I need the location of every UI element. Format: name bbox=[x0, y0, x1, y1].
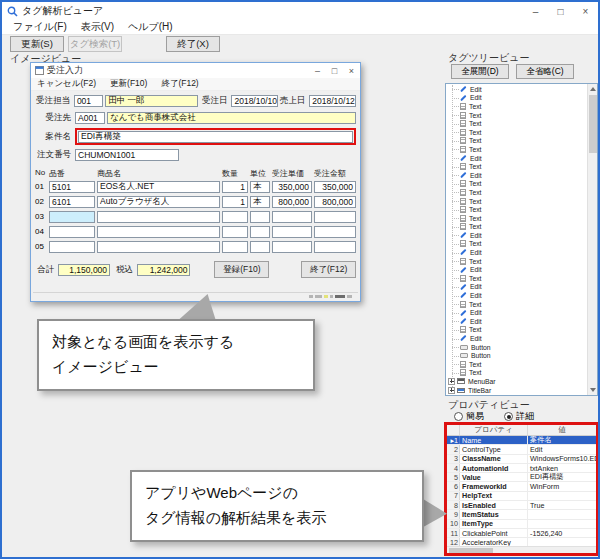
menu-item-view[interactable]: 表示(V) bbox=[74, 20, 121, 34]
update-button[interactable]: 更新(S) bbox=[10, 36, 64, 52]
property-hscrollbar[interactable] bbox=[447, 546, 596, 553]
property-row[interactable]: 6 FrameworkId WinForm bbox=[447, 482, 596, 491]
menu-item-file[interactable]: ファイル(F) bbox=[6, 20, 74, 34]
order-staff-code-input[interactable]: 001 bbox=[74, 95, 103, 107]
item-qty-input[interactable]: 1 bbox=[222, 181, 248, 193]
tree-item[interactable]: Edit bbox=[446, 248, 587, 257]
item-name-input[interactable]: EOS名人.NET bbox=[97, 181, 220, 193]
item-price-input[interactable] bbox=[272, 241, 312, 253]
item-amount-input[interactable]: 800,000 bbox=[314, 196, 356, 208]
tree-item[interactable]: Edit bbox=[446, 291, 587, 300]
item-code-input[interactable]: 5101 bbox=[49, 181, 95, 193]
tree-item[interactable]: Edit bbox=[446, 283, 587, 292]
tree-item[interactable]: Text bbox=[446, 274, 587, 283]
tree-item[interactable]: Text bbox=[446, 180, 587, 189]
tree-item[interactable]: TitleBar bbox=[446, 386, 587, 395]
tree-item[interactable]: Text bbox=[446, 145, 587, 154]
exit-button[interactable]: 終了(X) bbox=[166, 36, 220, 52]
item-unit-input[interactable]: 本 bbox=[250, 196, 270, 208]
item-name-input[interactable] bbox=[97, 226, 220, 238]
order-staff-name-field[interactable]: 田中 一郎 bbox=[105, 95, 198, 107]
property-row[interactable]: 3 ClassName WindowsForms10.EDIT.a bbox=[447, 455, 596, 464]
close-button[interactable]: × bbox=[573, 2, 598, 20]
item-name-input[interactable] bbox=[97, 211, 220, 223]
register-button[interactable]: 登録(F10) bbox=[214, 261, 269, 278]
menu-item-update[interactable]: 更新(F10) bbox=[104, 78, 155, 90]
item-unit-input[interactable] bbox=[250, 211, 270, 223]
tree-item[interactable]: Text bbox=[446, 257, 587, 266]
tree-item[interactable]: Edit bbox=[446, 308, 587, 317]
item-unit-input[interactable] bbox=[250, 226, 270, 238]
tree-item[interactable]: Text bbox=[446, 223, 587, 232]
item-qty-input[interactable]: 1 bbox=[222, 196, 248, 208]
property-row[interactable]: 10 ItemType bbox=[447, 520, 596, 529]
tree-item[interactable]: Edit bbox=[446, 171, 587, 180]
tree-item[interactable]: Edit bbox=[446, 94, 587, 103]
item-code-input[interactable]: 6101 bbox=[49, 196, 95, 208]
tree-item[interactable]: Edit bbox=[446, 334, 587, 343]
property-row[interactable]: 11 ClickablePoint -1526,240 bbox=[447, 529, 596, 538]
property-row[interactable]: 8 IsEnabled True bbox=[447, 501, 596, 510]
tree-item[interactable]: Button bbox=[446, 351, 587, 360]
hscrollbar-thumb[interactable] bbox=[449, 548, 493, 553]
tree-item[interactable]: Edit bbox=[446, 154, 587, 163]
tree-item[interactable]: Text bbox=[446, 119, 587, 128]
scroll-up-icon[interactable] bbox=[588, 84, 598, 94]
sales-date-input[interactable]: 2018/10/12 bbox=[309, 95, 356, 107]
tree-item[interactable]: Text bbox=[446, 326, 587, 335]
tree-item[interactable]: Edit bbox=[446, 231, 587, 240]
expand-all-button[interactable]: 全展開(D) bbox=[451, 64, 509, 79]
collapse-all-button[interactable]: 全省略(C) bbox=[516, 64, 574, 79]
tree-item[interactable]: Text bbox=[446, 369, 587, 378]
menu-item-cancel[interactable]: キャンセル(F2) bbox=[31, 78, 104, 90]
customer-name-field[interactable]: なんでも商事株式会社 bbox=[107, 112, 356, 124]
item-code-input[interactable] bbox=[49, 241, 95, 253]
maximize-button[interactable]: □ bbox=[326, 63, 343, 78]
form-exit-button[interactable]: 終了(F12) bbox=[301, 261, 356, 278]
menu-item-exit[interactable]: 終了(F12) bbox=[155, 78, 206, 90]
tree-item[interactable]: Text bbox=[446, 300, 587, 309]
property-row[interactable]: 5 Value EDI再構築 bbox=[447, 473, 596, 482]
minimize-button[interactable]: – bbox=[523, 2, 548, 20]
item-price-input[interactable]: 350,000 bbox=[272, 181, 312, 193]
tree-item[interactable]: Text bbox=[446, 162, 587, 171]
item-amount-input[interactable]: 350,000 bbox=[314, 181, 356, 193]
item-amount-input[interactable] bbox=[314, 226, 356, 238]
expander-icon[interactable] bbox=[448, 387, 455, 394]
property-row[interactable]: 7 HelpText bbox=[447, 492, 596, 501]
item-name-input[interactable]: Autoブラウザ名人 bbox=[97, 196, 220, 208]
item-qty-input[interactable] bbox=[222, 241, 248, 253]
scrollbar-thumb[interactable] bbox=[589, 95, 597, 153]
tree-item[interactable]: MenuBar bbox=[446, 377, 587, 386]
property-row[interactable]: ▸1 Name 案件名 bbox=[447, 436, 596, 445]
item-qty-input[interactable] bbox=[222, 226, 248, 238]
tree-item[interactable]: Text bbox=[446, 205, 587, 214]
item-price-input[interactable]: 800,000 bbox=[272, 196, 312, 208]
property-row[interactable]: 2 ControlType Edit bbox=[447, 445, 596, 454]
tree-item[interactable]: Button bbox=[446, 343, 587, 352]
scroll-down-icon[interactable] bbox=[588, 385, 598, 395]
project-name-input[interactable]: EDI再構築 bbox=[78, 131, 353, 143]
item-amount-input[interactable] bbox=[314, 241, 356, 253]
tree-item[interactable]: Text bbox=[446, 111, 587, 120]
tree-item[interactable]: Text bbox=[446, 360, 587, 369]
item-amount-input[interactable] bbox=[314, 211, 356, 223]
item-name-input[interactable] bbox=[97, 241, 220, 253]
item-unit-input[interactable]: 本 bbox=[250, 181, 270, 193]
item-unit-input[interactable] bbox=[250, 241, 270, 253]
property-row[interactable]: 9 ItemStatus bbox=[447, 510, 596, 519]
menu-item-help[interactable]: ヘルプ(H) bbox=[121, 20, 180, 34]
tree-item[interactable]: Edit bbox=[446, 265, 587, 274]
tree-item[interactable]: Text bbox=[446, 102, 587, 111]
tree-item[interactable]: Text bbox=[446, 128, 587, 137]
order-no-input[interactable]: CHUMON1001 bbox=[75, 149, 179, 161]
item-code-input[interactable] bbox=[49, 226, 95, 238]
maximize-button[interactable]: □ bbox=[548, 2, 573, 20]
tree-item[interactable]: Edit bbox=[446, 85, 587, 94]
tree-item[interactable]: Text bbox=[446, 188, 587, 197]
item-code-input[interactable] bbox=[49, 211, 95, 223]
close-button[interactable]: × bbox=[343, 63, 360, 78]
tree-item[interactable]: Text bbox=[446, 137, 587, 146]
item-qty-input[interactable] bbox=[222, 211, 248, 223]
tree-item[interactable]: Text bbox=[446, 197, 587, 206]
